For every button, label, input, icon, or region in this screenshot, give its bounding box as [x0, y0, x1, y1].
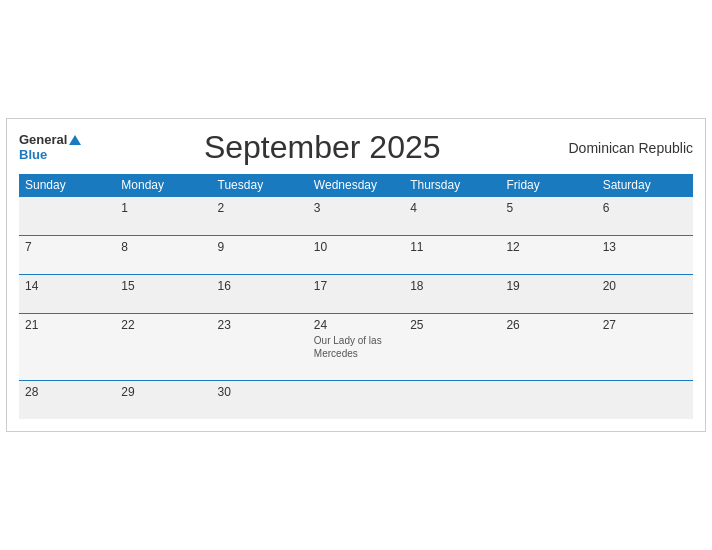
calendar-day-cell: 5 [500, 197, 596, 236]
day-number: 29 [121, 385, 205, 399]
calendar-week-row: 14151617181920 [19, 275, 693, 314]
calendar-day-cell: 4 [404, 197, 500, 236]
day-number: 28 [25, 385, 109, 399]
calendar-header: General Blue September 2025 Dominican Re… [19, 129, 693, 166]
weekday-header-tuesday: Tuesday [212, 174, 308, 197]
day-number: 16 [218, 279, 302, 293]
calendar-day-cell [19, 197, 115, 236]
calendar-day-cell: 29 [115, 381, 211, 420]
calendar-day-cell: 24Our Lady of las Mercedes [308, 314, 404, 381]
day-number: 14 [25, 279, 109, 293]
calendar-day-cell: 26 [500, 314, 596, 381]
weekday-header-saturday: Saturday [597, 174, 693, 197]
day-number: 27 [603, 318, 687, 332]
day-number: 15 [121, 279, 205, 293]
calendar-day-cell: 20 [597, 275, 693, 314]
calendar-day-cell: 22 [115, 314, 211, 381]
calendar-day-cell: 19 [500, 275, 596, 314]
calendar-day-cell: 18 [404, 275, 500, 314]
day-number: 6 [603, 201, 687, 215]
calendar-day-cell: 16 [212, 275, 308, 314]
logo-triangle-icon [69, 135, 81, 145]
calendar-table: SundayMondayTuesdayWednesdayThursdayFrid… [19, 174, 693, 419]
calendar-day-cell: 10 [308, 236, 404, 275]
calendar-week-row: 282930 [19, 381, 693, 420]
calendar-day-cell: 13 [597, 236, 693, 275]
calendar-day-cell: 17 [308, 275, 404, 314]
logo-blue-text: Blue [19, 148, 47, 162]
day-number: 11 [410, 240, 494, 254]
calendar-day-cell: 14 [19, 275, 115, 314]
day-number: 30 [218, 385, 302, 399]
day-number: 8 [121, 240, 205, 254]
calendar-day-cell: 2 [212, 197, 308, 236]
logo: General Blue [19, 133, 81, 162]
day-number: 4 [410, 201, 494, 215]
calendar-week-row: 78910111213 [19, 236, 693, 275]
calendar-day-cell: 3 [308, 197, 404, 236]
calendar-day-cell: 21 [19, 314, 115, 381]
calendar-container: General Blue September 2025 Dominican Re… [6, 118, 706, 432]
day-number: 17 [314, 279, 398, 293]
calendar-day-cell [404, 381, 500, 420]
calendar-day-cell: 28 [19, 381, 115, 420]
calendar-day-cell: 6 [597, 197, 693, 236]
day-number: 1 [121, 201, 205, 215]
day-number: 12 [506, 240, 590, 254]
day-number: 22 [121, 318, 205, 332]
calendar-week-row: 123456 [19, 197, 693, 236]
weekday-header-friday: Friday [500, 174, 596, 197]
calendar-day-cell: 7 [19, 236, 115, 275]
calendar-day-cell: 12 [500, 236, 596, 275]
calendar-week-row: 21222324Our Lady of las Mercedes252627 [19, 314, 693, 381]
day-number: 26 [506, 318, 590, 332]
day-number: 25 [410, 318, 494, 332]
weekday-header-thursday: Thursday [404, 174, 500, 197]
day-number: 20 [603, 279, 687, 293]
day-number: 21 [25, 318, 109, 332]
day-number: 24 [314, 318, 398, 332]
day-number: 5 [506, 201, 590, 215]
weekday-header-sunday: Sunday [19, 174, 115, 197]
day-number: 3 [314, 201, 398, 215]
calendar-day-cell: 27 [597, 314, 693, 381]
calendar-day-cell: 25 [404, 314, 500, 381]
calendar-day-cell [308, 381, 404, 420]
calendar-day-cell: 23 [212, 314, 308, 381]
day-number: 10 [314, 240, 398, 254]
calendar-title: September 2025 [81, 129, 563, 166]
logo-general-text: General [19, 133, 67, 147]
calendar-country: Dominican Republic [563, 140, 693, 156]
calendar-day-cell [597, 381, 693, 420]
event-label: Our Lady of las Mercedes [314, 334, 398, 360]
calendar-day-cell [500, 381, 596, 420]
calendar-day-cell: 11 [404, 236, 500, 275]
day-number: 7 [25, 240, 109, 254]
weekday-header-wednesday: Wednesday [308, 174, 404, 197]
calendar-day-cell: 1 [115, 197, 211, 236]
day-number: 19 [506, 279, 590, 293]
calendar-day-cell: 9 [212, 236, 308, 275]
day-number: 9 [218, 240, 302, 254]
weekday-header-row: SundayMondayTuesdayWednesdayThursdayFrid… [19, 174, 693, 197]
calendar-day-cell: 8 [115, 236, 211, 275]
day-number: 2 [218, 201, 302, 215]
day-number: 23 [218, 318, 302, 332]
day-number: 18 [410, 279, 494, 293]
calendar-day-cell: 30 [212, 381, 308, 420]
weekday-header-monday: Monday [115, 174, 211, 197]
calendar-day-cell: 15 [115, 275, 211, 314]
day-number: 13 [603, 240, 687, 254]
